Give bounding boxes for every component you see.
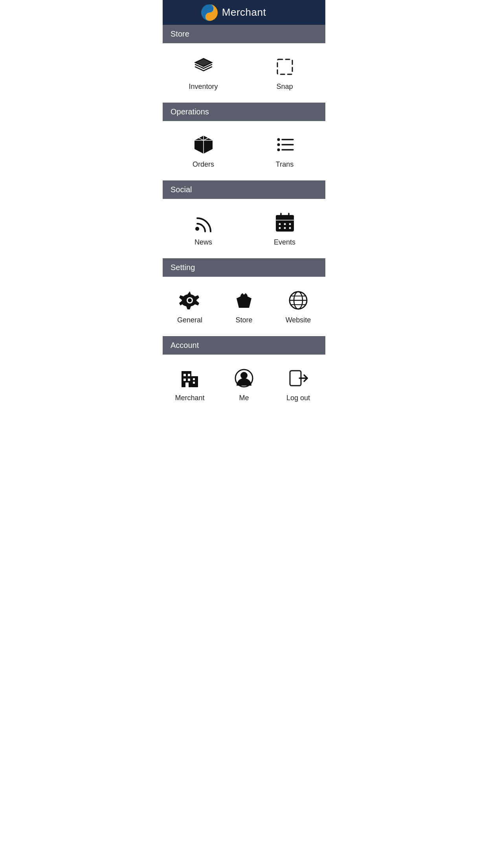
- svg-point-18: [289, 223, 291, 225]
- menu-item-inventory[interactable]: Inventory: [163, 47, 244, 99]
- svg-point-10: [195, 227, 199, 231]
- section-label-setting: Setting: [171, 263, 195, 272]
- section-label-store: Store: [171, 29, 189, 38]
- bottom-space: [163, 414, 325, 493]
- menu-item-orders[interactable]: Orders: [163, 125, 244, 177]
- svg-point-26: [243, 292, 245, 294]
- svg-point-20: [284, 227, 286, 229]
- svg-point-19: [279, 227, 281, 229]
- app-logo: [201, 4, 218, 21]
- store-menu-grid: Inventory Snap: [163, 43, 325, 103]
- svg-point-1: [208, 7, 211, 10]
- svg-rect-39: [188, 379, 190, 381]
- svg-point-21: [289, 227, 291, 229]
- menu-item-me[interactable]: Me: [217, 359, 271, 410]
- menu-item-merchant[interactable]: Merchant: [163, 359, 217, 410]
- svg-point-8: [277, 149, 280, 151]
- globe-icon: [286, 289, 310, 312]
- trans-label: Trans: [276, 160, 294, 169]
- calendar-icon: [273, 211, 297, 234]
- store-setting-label: Store: [235, 316, 252, 324]
- menu-item-events[interactable]: Events: [244, 203, 325, 254]
- svg-point-2: [208, 15, 211, 18]
- section-header-setting: Setting: [163, 258, 325, 277]
- inventory-label: Inventory: [189, 83, 218, 91]
- svg-point-16: [279, 223, 281, 225]
- menu-item-website[interactable]: Website: [271, 281, 325, 332]
- section-label-social: Social: [171, 185, 192, 194]
- svg-rect-40: [193, 378, 195, 380]
- svg-rect-37: [188, 374, 190, 376]
- menu-item-store-setting[interactable]: Store: [217, 281, 271, 332]
- snap-label: Snap: [276, 83, 293, 91]
- svg-rect-3: [277, 59, 292, 74]
- svg-point-6: [277, 143, 280, 146]
- svg-rect-42: [185, 383, 189, 387]
- list-icon: [273, 133, 297, 156]
- menu-item-general[interactable]: General: [163, 281, 217, 332]
- section-label-account: Account: [171, 341, 199, 349]
- setting-menu-grid: General Store Website: [163, 277, 325, 336]
- menu-item-trans[interactable]: Trans: [244, 125, 325, 177]
- website-label: Website: [286, 316, 311, 324]
- section-header-operations: Operations: [163, 103, 325, 121]
- merchant-label: Merchant: [175, 394, 204, 402]
- section-label-operations: Operations: [171, 107, 209, 116]
- operations-menu-grid: Orders Trans: [163, 121, 325, 180]
- events-label: Events: [274, 238, 295, 246]
- box-icon: [192, 133, 215, 156]
- gear-icon: [178, 289, 202, 312]
- section-header-store: Store: [163, 25, 325, 43]
- snap-icon: [273, 55, 297, 79]
- news-label: News: [194, 238, 212, 246]
- svg-rect-41: [193, 382, 195, 384]
- rss-icon: [192, 211, 215, 234]
- svg-point-44: [240, 372, 248, 379]
- svg-point-4: [277, 138, 280, 141]
- section-header-account: Account: [163, 336, 325, 355]
- logout-icon: [286, 366, 310, 390]
- menu-item-news[interactable]: News: [163, 203, 244, 254]
- account-menu-grid: Merchant Me Log out: [163, 355, 325, 414]
- layers-icon: [192, 55, 215, 79]
- logout-label: Log out: [286, 394, 310, 402]
- app-header: Merchant: [163, 0, 325, 25]
- menu-item-logout[interactable]: Log out: [271, 359, 325, 410]
- section-header-social: Social: [163, 180, 325, 199]
- app-title: Merchant: [222, 6, 266, 18]
- svg-point-25: [188, 298, 192, 302]
- me-label: Me: [239, 394, 249, 402]
- orders-label: Orders: [193, 160, 214, 169]
- menu-item-snap[interactable]: Snap: [244, 47, 325, 99]
- basket-icon: [232, 289, 256, 312]
- general-label: General: [177, 316, 202, 324]
- svg-point-17: [284, 223, 286, 225]
- person-icon: [232, 366, 256, 390]
- svg-rect-12: [276, 215, 294, 220]
- building-icon: [178, 366, 202, 390]
- svg-rect-36: [183, 374, 186, 376]
- social-menu-grid: News Events: [163, 199, 325, 258]
- svg-rect-38: [183, 379, 186, 381]
